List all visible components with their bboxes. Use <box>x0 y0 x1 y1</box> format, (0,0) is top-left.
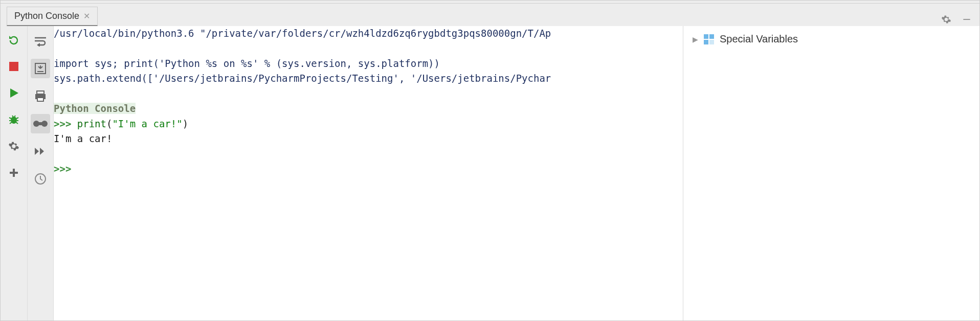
python-console-tool-window: Python Console ✕ <box>0 0 980 321</box>
stdout-line: I'm a car! <box>54 133 112 144</box>
svg-line-3 <box>9 118 11 119</box>
execute-selection-button[interactable] <box>31 142 50 161</box>
tab-label: Python Console <box>14 11 79 21</box>
history-button[interactable] <box>31 169 50 189</box>
soft-wrap-button[interactable] <box>31 31 50 51</box>
special-variables-label: Special Variables <box>720 33 798 45</box>
run-button[interactable] <box>6 85 21 101</box>
console-settings-button[interactable] <box>6 139 21 154</box>
console-content: /usr/local/bin/python3.6 "/private/var/f… <box>54 26 683 176</box>
svg-rect-12 <box>10 172 18 174</box>
show-variables-button[interactable] <box>31 114 50 133</box>
console-body: /usr/local/bin/python3.6 "/private/var/f… <box>1 26 979 320</box>
svg-rect-22 <box>704 34 708 39</box>
interpreter-line: /usr/local/bin/python3.6 "/private/var/f… <box>54 28 551 39</box>
code-paren-open: ( <box>106 118 112 129</box>
code-paren-close: ) <box>183 118 188 129</box>
svg-line-9 <box>12 116 13 117</box>
import-line: import sys; print('Python %s on %s' % (s… <box>54 58 440 69</box>
left-toolbar <box>1 26 27 320</box>
svg-rect-20 <box>36 122 44 125</box>
tab-actions <box>940 13 975 26</box>
rerun-button[interactable] <box>6 32 21 48</box>
svg-line-8 <box>16 122 18 124</box>
expand-icon[interactable]: ▶ <box>693 35 698 43</box>
console-area: /usr/local/bin/python3.6 "/private/var/f… <box>54 26 979 320</box>
debug-button[interactable] <box>6 112 21 127</box>
minimize-icon[interactable] <box>960 13 973 26</box>
variables-group-icon <box>703 34 715 45</box>
svg-line-10 <box>14 116 15 117</box>
console-banner: Python Console <box>54 103 136 114</box>
code-call: print <box>77 118 106 129</box>
special-variables-node[interactable]: ▶ Special Variables <box>693 33 970 45</box>
tab-python-console[interactable]: Python Console ✕ <box>7 7 98 26</box>
tabs: Python Console ✕ <box>1 4 98 26</box>
prompt-empty[interactable]: >>> <box>54 163 77 174</box>
print-button[interactable] <box>31 86 50 106</box>
svg-rect-25 <box>709 40 714 44</box>
svg-rect-17 <box>37 98 43 101</box>
svg-line-7 <box>10 122 12 124</box>
scroll-to-end-button[interactable] <box>31 59 50 78</box>
variables-pane: ▶ Special Variables <box>683 26 979 320</box>
new-console-button[interactable] <box>6 165 21 180</box>
prompt: >>> <box>54 118 77 129</box>
gear-icon[interactable] <box>940 13 953 26</box>
svg-rect-23 <box>709 34 714 39</box>
syspath-line: sys.path.extend(['/Users/jetbrains/Pycha… <box>54 73 551 84</box>
stop-button[interactable] <box>6 59 21 74</box>
svg-line-4 <box>16 118 18 119</box>
svg-rect-1 <box>9 62 18 71</box>
console-output-pane[interactable]: /usr/local/bin/python3.6 "/private/var/f… <box>54 26 683 320</box>
svg-rect-24 <box>704 40 708 44</box>
svg-rect-0 <box>963 19 970 20</box>
code-string: "I'm a car!" <box>112 118 182 129</box>
svg-rect-15 <box>37 91 44 94</box>
console-side-toolbar <box>27 26 54 320</box>
close-icon[interactable]: ✕ <box>83 11 90 21</box>
tab-bar: Python Console ✕ <box>1 4 979 26</box>
